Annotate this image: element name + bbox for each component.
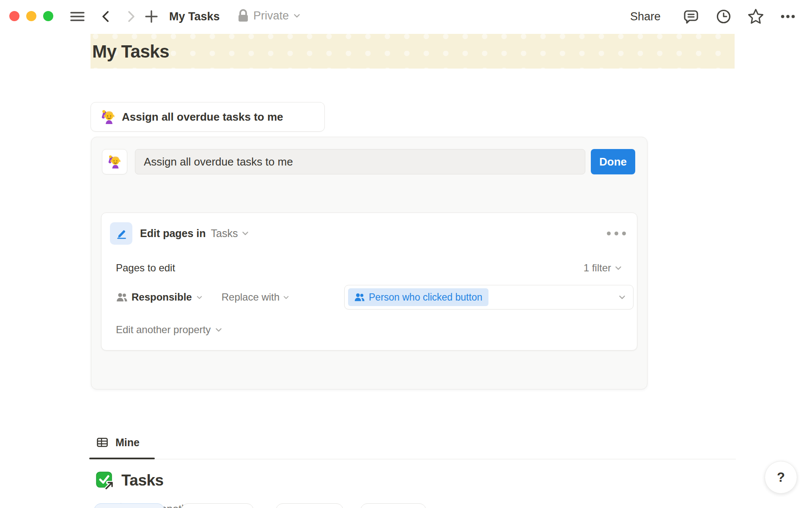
updates-clock-icon[interactable] [715,8,732,25]
step-header: Edit pages in Tasks [110,221,628,245]
filter-pill[interactable] [276,503,343,508]
zoom-window-button[interactable] [43,11,53,21]
filter-count-label: 1 filter [584,262,611,274]
tab-mine-label: Mine [115,436,140,449]
automation-button-label: Assign all overdue tasks to me [122,110,283,124]
sidebar-menu-icon[interactable] [69,8,86,25]
help-button[interactable]: ? [765,461,797,494]
chevron-down-icon [283,294,290,301]
database-dropdown[interactable]: Tasks [211,227,250,240]
database-name: Tasks [211,227,238,240]
check-mark-linked-database-icon [95,471,115,490]
toolbar: My Tasks Private Share [0,0,812,33]
people-icon [116,291,128,303]
value-select[interactable]: Person who clicked button [344,285,634,309]
linked-database-header: Tasks [95,471,164,490]
filter-pill[interactable] [360,503,426,508]
favorite-star-icon[interactable] [747,8,765,25]
page-cover-banner [91,34,735,69]
filter-pill[interactable] [94,503,165,508]
button-name-row: Done [102,149,635,174]
page-title[interactable]: My Tasks [92,41,169,62]
person-chip-label: Person who clicked button [369,292,483,303]
table-view-icon [96,436,109,449]
more-options-icon[interactable] [779,8,797,25]
edit-another-property-label: Edit another property [116,324,211,336]
privacy-label: Private [253,9,289,22]
button-name-input[interactable] [135,149,585,174]
comments-icon[interactable] [682,8,700,25]
chevron-down-icon [293,11,301,20]
pages-to-edit-label: Pages to edit [116,262,175,274]
operator-label: Replace with [222,291,280,303]
pages-to-edit-row: Pages to edit 1 filter [116,258,623,278]
chevron-down-icon [618,293,626,301]
back-icon[interactable] [97,8,115,25]
property-dropdown[interactable]: Responsible [116,291,203,303]
operator-dropdown[interactable]: Replace with [222,291,290,303]
notion-window: My Tasks Private Share My Tasks [0,0,812,508]
chevron-down-icon [196,294,203,301]
new-page-icon[interactable] [143,8,160,25]
edit-pages-step-card: Edit pages in Tasks Pages to edit 1 filt… [101,213,637,351]
forward-icon[interactable] [122,8,140,25]
emoji-picker-button[interactable] [102,149,127,174]
automation-button[interactable]: Assign all overdue tasks to me [91,102,325,132]
button-config-panel: Done When button is clicked Edit pages i… [91,137,647,389]
privacy-dropdown[interactable]: Private [237,8,301,23]
breadcrumb[interactable]: My Tasks [169,9,220,24]
filter-dropdown[interactable]: 1 filter [584,262,623,274]
step-more-options-icon[interactable] [604,229,628,238]
property-edit-row: Responsible Replace with Person who clic… [116,285,634,309]
linked-database-title[interactable]: Tasks [121,472,164,489]
person-chip: Person who clicked button [348,288,488,306]
tab-mine[interactable]: Mine [96,432,140,453]
people-icon [354,292,365,303]
done-button[interactable]: Done [591,149,635,174]
property-name: Responsible [132,291,192,303]
chevron-down-icon [241,229,250,237]
minimize-window-button[interactable] [26,11,36,21]
chevron-down-icon [614,264,623,272]
step-action-label: Edit pages in [140,227,206,240]
edit-another-property-button[interactable]: Edit another property [116,320,223,340]
woman-raising-hand-emoji [101,110,115,124]
edit-pencil-icon [110,222,132,245]
linked-arrow [106,483,112,489]
tabs-divider [89,459,736,459]
woman-raising-hand-emoji [108,155,121,168]
filter-pill[interactable] [181,503,254,508]
lock-icon [237,8,250,23]
active-tab-underline [89,458,155,459]
chevron-down-icon [214,326,223,334]
share-button[interactable]: Share [630,9,661,24]
close-window-button[interactable] [9,11,19,21]
